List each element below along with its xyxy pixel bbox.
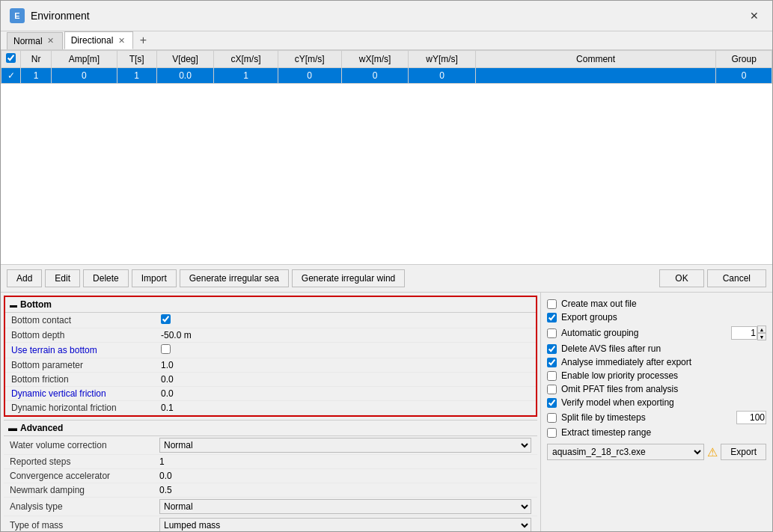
ok-button[interactable]: OK [659, 269, 703, 287]
advanced-section-label: Advanced [20, 423, 63, 433]
spinbox-down[interactable]: ▼ [757, 333, 766, 340]
water-volume-select[interactable]: Normal [159, 438, 531, 453]
edit-button[interactable]: Edit [45, 269, 80, 287]
verify-model-checkbox[interactable] [547, 398, 557, 408]
prop-label: Dynamic vertical friction [5, 387, 155, 401]
prop-value[interactable]: Normal [153, 436, 537, 455]
cell-group[interactable]: 0 [716, 68, 772, 84]
cell-nr[interactable]: 1 [21, 68, 52, 84]
auto-grouping-checkbox[interactable] [547, 328, 557, 338]
prop-row: Use terrain as bottom [5, 343, 536, 358]
option-verify-model: Verify model when exporting [547, 397, 766, 408]
prop-value[interactable]: Lumped mass [153, 516, 537, 532]
grouping-input[interactable] [731, 326, 757, 340]
prop-label: Water volume correction [4, 436, 153, 455]
tab-directional-label: Directional [71, 35, 114, 46]
prop-row: Reported steps 1 [4, 455, 537, 469]
prop-value: 0.1 [155, 401, 536, 415]
close-button[interactable]: ✕ [745, 7, 763, 25]
table-row[interactable]: ✓ 1 0 1 0.0 1 0 0 0 0 [1, 68, 772, 84]
use-terrain-checkbox[interactable] [161, 344, 171, 354]
prop-row: Bottom friction 0.0 [5, 373, 536, 387]
cell-wy[interactable]: 0 [409, 68, 476, 84]
export-groups-checkbox[interactable] [547, 313, 557, 322]
col-header-cx: cX[m/s] [214, 51, 278, 68]
bottom-properties-table: Bottom contact Bottom depth -50.0 m Use … [5, 313, 536, 415]
prop-value[interactable]: Normal [153, 498, 537, 516]
analysis-type-select[interactable]: Normal [159, 499, 531, 514]
cancel-button[interactable]: Cancel [707, 269, 766, 287]
col-header-t: T[s] [117, 51, 156, 68]
prop-row: Convergence accelerator 0.0 [4, 469, 537, 483]
prop-row: Analysis type Normal [4, 498, 537, 516]
low-priority-checkbox[interactable] [547, 371, 557, 381]
col-header-v: V[deg] [156, 51, 214, 68]
cell-check: ✓ [1, 68, 21, 84]
prop-value: -50.0 m [155, 328, 536, 343]
prop-value[interactable] [155, 343, 536, 358]
cell-v[interactable]: 0.0 [156, 68, 214, 84]
cell-wx[interactable]: 0 [341, 68, 409, 84]
split-file-checkbox[interactable] [547, 413, 557, 423]
prop-value: 1.0 [155, 358, 536, 373]
cell-cy[interactable]: 0 [278, 68, 341, 84]
tab-directional-close[interactable]: ✕ [116, 35, 126, 46]
environment-dialog: E Environment ✕ Normal ✕ Directional ✕ + [0, 0, 773, 532]
analyse-immediately-checkbox[interactable] [547, 358, 557, 367]
cell-cx[interactable]: 1 [214, 68, 278, 84]
select-all-checkbox[interactable] [6, 53, 16, 63]
export-groups-label: Export groups [561, 312, 617, 322]
tab-directional[interactable]: Directional ✕ [64, 31, 134, 49]
add-button[interactable]: Add [7, 269, 42, 287]
add-tab-button[interactable]: + [135, 32, 151, 49]
option-create-max: Create max out file [547, 299, 766, 309]
timestep-input[interactable] [736, 411, 766, 424]
bottom-section: ▬ Bottom Bottom contact Bottom depth - [4, 296, 537, 417]
col-header-comment: Comment [475, 51, 716, 68]
advanced-section-header[interactable]: ▬ Advanced [4, 420, 537, 436]
prop-label: Bottom contact [5, 313, 155, 328]
type-of-mass-select[interactable]: Lumped mass [159, 518, 531, 531]
cell-t[interactable]: 1 [117, 68, 156, 84]
create-max-label: Create max out file [561, 299, 637, 309]
prop-label: Reported steps [4, 455, 153, 469]
delete-avs-checkbox[interactable] [547, 344, 557, 354]
create-max-checkbox[interactable] [547, 299, 557, 309]
delete-button[interactable]: Delete [83, 269, 129, 287]
prop-value[interactable] [155, 313, 536, 328]
tab-normal[interactable]: Normal ✕ [7, 32, 63, 49]
generate-wind-button[interactable]: Generate irregular wind [292, 269, 405, 287]
option-analyse-immediately: Analyse immediately after export [547, 357, 766, 367]
action-toolbar: Add Edit Delete Import Generate irregula… [1, 264, 772, 292]
import-button[interactable]: Import [132, 269, 177, 287]
prop-label: Dynamic horizontal friction [5, 401, 155, 415]
prop-row: Dynamic horizontal friction 0.1 [5, 401, 536, 415]
tab-normal-close[interactable]: ✕ [46, 36, 56, 46]
export-button[interactable]: Export [721, 444, 766, 460]
generate-sea-button[interactable]: Generate irregular sea [180, 269, 289, 287]
cell-amp[interactable]: 0 [52, 68, 117, 84]
bottom-section-header[interactable]: ▬ Bottom [5, 297, 536, 313]
bottom-contact-checkbox[interactable] [161, 314, 171, 324]
cell-comment[interactable] [475, 68, 716, 84]
prop-label: Use terrain as bottom [5, 343, 155, 358]
spinbox-up[interactable]: ▲ [757, 325, 766, 333]
prop-row: Bottom parameter 1.0 [5, 358, 536, 373]
prop-label: Analysis type [4, 498, 153, 516]
tab-normal-label: Normal [13, 36, 43, 46]
export-exe-dropdown[interactable]: aquasim_2_18_rc3.exe [547, 444, 704, 460]
prop-row: Bottom depth -50.0 m [5, 328, 536, 343]
omit-pfat-checkbox[interactable] [547, 385, 557, 394]
bottom-section-label: Bottom [20, 299, 52, 310]
auto-grouping-label: Automatic grouping [561, 328, 638, 338]
option-omit-pfat: Omit PFAT files from analysis [547, 384, 766, 394]
prop-value: 0.0 [155, 387, 536, 401]
col-header-cy: cY[m/s] [278, 51, 341, 68]
option-delete-avs: Delete AVS files after run [547, 343, 766, 354]
col-header-nr: Nr [21, 51, 52, 68]
prop-row: Bottom contact [5, 313, 536, 328]
option-split-file: Split file by timesteps [547, 411, 766, 424]
extract-timestep-checkbox[interactable] [547, 428, 557, 438]
prop-value: 0.5 [153, 483, 537, 498]
spinbox-arrows: ▲ ▼ [757, 325, 766, 340]
